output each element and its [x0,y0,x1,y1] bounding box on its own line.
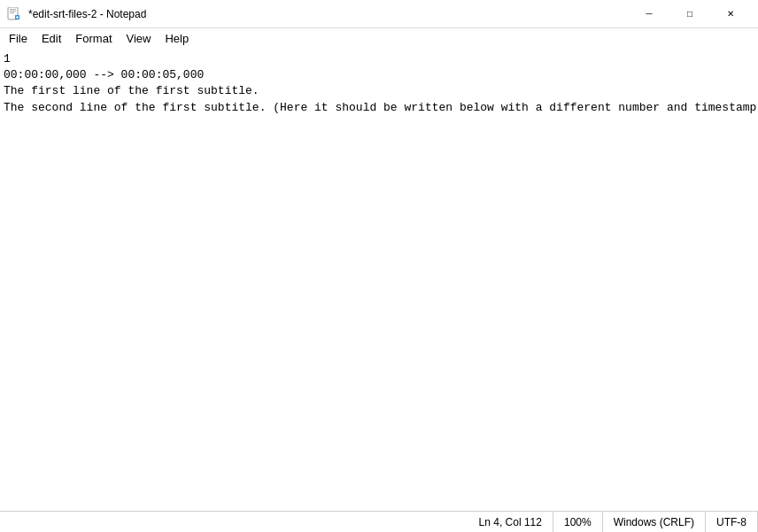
window-title: *edit-srt-files-2 - Notepad [28,8,629,20]
close-button[interactable]: ✕ [710,0,751,28]
svg-rect-1 [10,9,16,10]
menu-bar: File Edit Format View Help [0,28,758,48]
zoom-level: 100% [553,512,603,532]
app-icon [7,7,21,21]
window-controls[interactable]: ─ □ ✕ [629,0,751,28]
title-bar: *edit-srt-files-2 - Notepad ─ □ ✕ [0,0,758,28]
encoding: UTF-8 [706,512,758,532]
editor-container [0,48,758,511]
maximize-button[interactable]: □ [669,0,710,28]
menu-edit[interactable]: Edit [35,30,68,47]
svg-rect-6 [17,16,18,19]
text-editor[interactable] [0,48,758,511]
svg-rect-3 [10,12,14,13]
line-ending: Windows (CRLF) [603,512,706,532]
menu-help[interactable]: Help [158,30,196,47]
svg-rect-2 [10,11,16,12]
status-bar: Ln 4, Col 112 100% Windows (CRLF) UTF-8 [0,511,758,532]
cursor-position: Ln 4, Col 112 [468,512,553,532]
menu-file[interactable]: File [2,30,35,47]
minimize-button[interactable]: ─ [629,0,669,28]
menu-format[interactable]: Format [68,30,119,47]
menu-view[interactable]: View [120,30,159,47]
